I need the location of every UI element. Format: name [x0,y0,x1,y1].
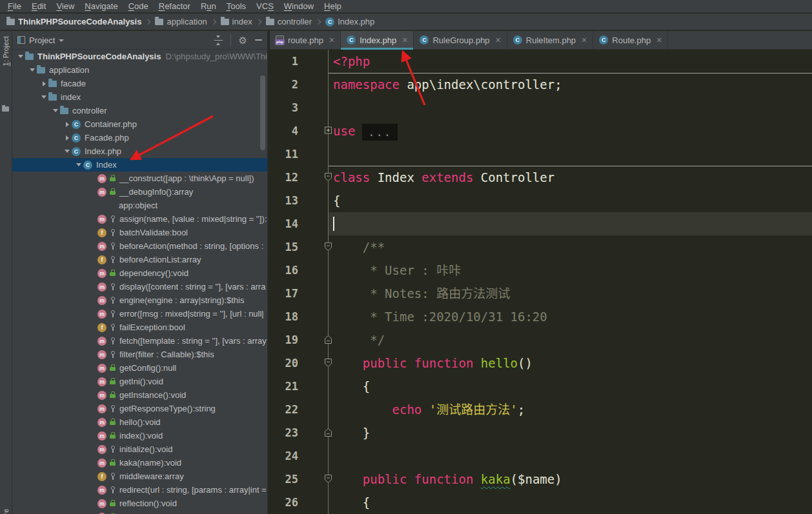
menu-edit[interactable]: Edit [26,0,51,13]
chevron-down-icon[interactable] [51,109,60,112]
code-line-15[interactable]: 15 /** [270,235,812,259]
tree-item-application[interactable]: application [12,63,267,77]
fold-marker-icon[interactable] [324,358,332,368]
tree-item-getconfig-null[interactable]: mgetConfig():null [12,361,267,375]
code-editor[interactable]: 1<?php2namespace app\index\controller;34… [270,50,812,514]
tree-item-container-php[interactable]: CContainer.php [12,117,267,131]
close-icon[interactable]: × [496,35,501,44]
tree-item-facade-php[interactable]: CFacade.php [12,131,267,144]
tool-window-button-project[interactable]: 1: Project [2,36,10,66]
chevron-down-icon[interactable] [39,95,48,99]
chevron-right-icon[interactable] [39,81,48,86]
tree-item-error-msg-mixed-string-url-null-[interactable]: merror([msg : mixed|string = ''], [url :… [12,307,267,321]
tree-item-controller[interactable]: controller [12,104,267,117]
code-line-24[interactable]: 24 [270,444,812,468]
chevron-right-icon[interactable] [63,135,72,141]
fold-marker-icon[interactable] [324,242,332,252]
code-line-2[interactable]: 2namespace app\index\controller; [270,73,812,96]
code-line-13[interactable]: 13{ [270,189,812,212]
menu-tools[interactable]: Tools [221,0,251,13]
tree-item-partial[interactable]: m [12,510,267,514]
tree-item-initialize-void[interactable]: minitialize():void [12,442,267,456]
tree-item-redirect-url-string-params-array-int-[interactable]: mredirect(url : string, [params : array|… [12,483,267,497]
menu-code[interactable]: Code [123,0,154,13]
tool-window-button-structure[interactable]: re [2,509,10,514]
tree-item-failexception-bool[interactable]: ffailException:bool [12,321,267,334]
fold-marker-icon[interactable] [324,474,332,484]
tree-item-filter-filter-callable-this[interactable]: mfilter(filter : Callable):$this [12,348,267,361]
tree-item-thinkphpsourcecodeanalysis[interactable]: ThinkPHPSourceCodeAnalysisD:\phpstudy_pr… [12,50,267,63]
tree-item-index[interactable]: index [12,90,267,104]
tree-item-app-object[interactable]: app:object [12,199,267,212]
tree-item-kaka-name-void[interactable]: mkaka(name):void [12,456,267,470]
menu-help[interactable]: Help [319,0,347,13]
tree-item-index[interactable]: CIndex [12,158,267,172]
close-icon[interactable]: × [402,35,407,44]
code-line-3[interactable]: 3 [270,96,812,119]
close-icon[interactable]: × [329,35,334,44]
code-line-23[interactable]: 23 } [270,421,812,444]
collapse-all-icon[interactable] [214,36,223,44]
chevron-down-icon[interactable] [16,55,25,58]
tree-item-__debuginfo-array[interactable]: m__debugInfo():array [12,185,267,199]
code-line-21[interactable]: 21 { [270,375,812,398]
hide-panel-icon[interactable] [255,39,262,41]
code-line-4[interactable]: 4use... [270,119,812,143]
tree-item-getresponsetype-string[interactable]: mgetResponseType():string [12,402,267,415]
close-icon[interactable]: × [582,35,587,44]
tab-route.php[interactable]: CRoute.php× [593,31,668,49]
chevron-down-icon[interactable] [63,150,72,153]
menu-run[interactable]: Run [196,0,221,13]
tree-item-batchvalidate-bool[interactable]: fbatchValidate:bool [12,226,267,239]
tree-item-display-content-string-vars-arra[interactable]: mdisplay([content : string = ''], [vars … [12,280,267,293]
tree-item-fetch-template-string-vars-array[interactable]: mfetch([template : string = ''], [vars :… [12,334,267,348]
code-line-17[interactable]: 17 * Notes: 路由方法测试 [270,282,812,305]
tree-item-engine-engine-array-string-this[interactable]: mengine(engine : array|string):$this [12,293,267,307]
code-line-1[interactable]: 1<?php [270,50,812,73]
tree-item-reflection-void[interactable]: mreflection():void [12,497,267,510]
tree-item-dependency-void[interactable]: mdependency():void [12,266,267,280]
breadcrumb-item-controller[interactable]: controller [265,17,313,26]
breadcrumb-item-index.php[interactable]: CIndex.php [324,17,376,26]
menu-refactor[interactable]: Refactor [154,0,196,13]
chevron-down-icon[interactable] [28,68,37,72]
fold-marker-icon[interactable] [324,335,332,344]
tree-item-index-php[interactable]: CIndex.php [12,144,267,158]
tree-item-beforeaction-method-string-options-[interactable]: mbeforeAction(method : string, [options … [12,239,267,253]
menu-view[interactable]: View [51,0,79,13]
code-line-20[interactable]: 20 public function hello() [270,351,812,375]
tree-item-hello-void[interactable]: mhello():void [12,415,267,429]
code-line-22[interactable]: 22 echo '测试路由方法'; [270,398,812,421]
fold-expand-icon[interactable] [324,126,332,135]
menu-file[interactable]: File [3,0,26,13]
code-line-18[interactable]: 18 * Time :2020/10/31 16:20 [270,305,812,328]
tree-item-getini-void[interactable]: mgetIni():void [12,375,267,388]
menu-window[interactable]: Window [279,0,319,13]
tree-item-index-void[interactable]: mindex():void [12,429,267,442]
menu-vcs[interactable]: VCS [251,0,279,13]
breadcrumb-item-application[interactable]: application [154,17,208,26]
tree-item-__construct-app-think-app-null-[interactable]: m__construct([app : \think\App = null]) [12,172,267,185]
breadcrumb-item-index[interactable]: index [219,17,254,26]
code-line-25[interactable]: 25 public function kaka($name) [270,468,812,491]
fold-marker-icon[interactable] [324,428,332,437]
tree-item-beforeactionlist-array[interactable]: fbeforeActionList:array [12,253,267,266]
menu-navigate[interactable]: Navigate [79,0,123,13]
chevron-down-icon[interactable] [59,39,64,42]
tree-scrollbar[interactable] [260,75,265,150]
tree-item-facade[interactable]: facade [12,77,267,90]
project-panel-title[interactable]: Project [29,35,55,45]
code-line-19[interactable]: 19 */ [270,328,812,351]
chevron-down-icon[interactable] [74,163,83,166]
tree-item-assign-name-value-mixed-string-[interactable]: massign(name, [value : mixed|string = ''… [12,212,267,226]
chevron-right-icon[interactable] [63,122,72,127]
fold-marker-icon[interactable] [324,172,332,182]
code-line-26[interactable]: 26 { [270,491,812,514]
close-icon[interactable]: × [656,35,662,44]
tab-rulegroup.php[interactable]: CRuleGroup.php× [414,31,507,49]
breadcrumb-item-thinkphpsourcecodeanalysis[interactable]: ThinkPHPSourceCodeAnalysis [5,17,143,26]
code-line-14[interactable]: 14 [270,212,812,235]
folded-region[interactable]: ... [362,124,398,141]
tree-item-middleware-array[interactable]: fmiddleware:array [12,470,267,483]
code-line-16[interactable]: 16 * User : 咔咔 [270,259,812,282]
